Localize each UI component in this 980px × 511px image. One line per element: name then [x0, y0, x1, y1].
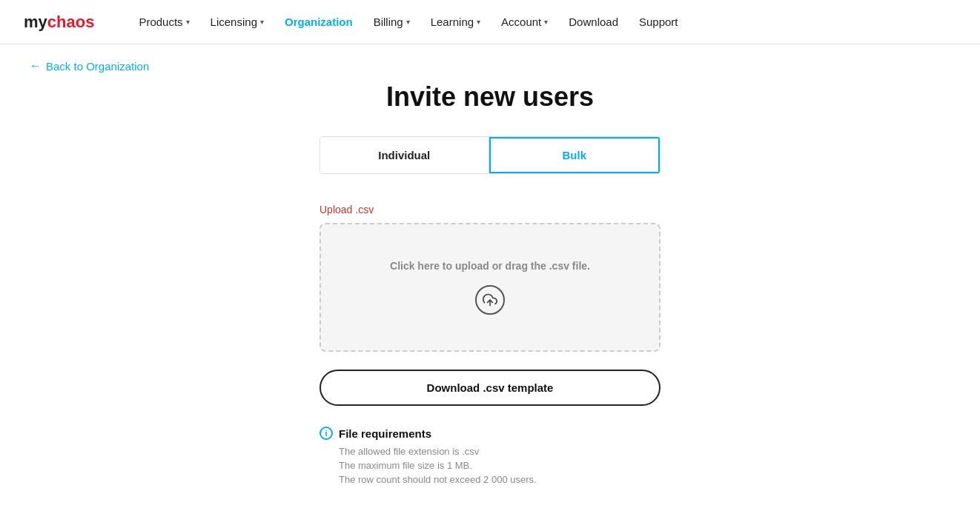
file-requirements-label: File requirements	[339, 427, 431, 440]
file-req-item-2: The maximum file size is 1 MB.	[339, 460, 660, 471]
nav-item-download[interactable]: Download	[560, 10, 627, 34]
chevron-down-icon: ▾	[260, 18, 264, 26]
upload-svg	[483, 293, 497, 307]
nav-item-label: Support	[639, 16, 678, 28]
nav-item-account[interactable]: Account▾	[492, 10, 557, 34]
chevron-down-icon: ▾	[544, 18, 548, 26]
nav-item-products[interactable]: Products▾	[130, 10, 198, 34]
nav-item-billing[interactable]: Billing▾	[365, 10, 419, 34]
nav-item-label: Licensing	[211, 16, 257, 28]
tab-individual[interactable]: Individual	[320, 137, 489, 173]
back-arrow-icon: ←	[30, 59, 42, 73]
nav-item-label: Learning	[431, 16, 474, 28]
main-content: ← Back to Organization Invite new users …	[0, 44, 980, 511]
chevron-down-icon: ▾	[186, 18, 190, 26]
chevron-down-icon: ▾	[477, 18, 480, 26]
page-title: Invite new users	[30, 81, 950, 113]
nav-item-label: Account	[501, 16, 541, 28]
nav-item-organization[interactable]: Organization	[276, 10, 362, 34]
upload-icon	[475, 285, 505, 315]
upload-label: Upload .csv	[320, 204, 660, 216]
nav-item-learning[interactable]: Learning▾	[422, 10, 489, 34]
nav-item-label: Organization	[285, 16, 353, 28]
tab-toggle: IndividualBulk	[320, 136, 660, 174]
back-to-organization-link[interactable]: ← Back to Organization	[30, 59, 149, 73]
file-req-item-3: The row count should not exceed 2 000 us…	[339, 474, 660, 485]
upload-dropzone-text: Click here to upload or drag the .csv fi…	[390, 260, 590, 272]
nav-item-support[interactable]: Support	[630, 10, 687, 34]
upload-section: Upload .csv Click here to upload or drag…	[320, 204, 660, 485]
chevron-down-icon: ▾	[406, 18, 410, 26]
nav-item-licensing[interactable]: Licensing▾	[202, 10, 273, 34]
back-link-label: Back to Organization	[46, 60, 149, 73]
tab-bulk[interactable]: Bulk	[489, 137, 660, 173]
file-requirements-list: The allowed file extension is .csvThe ma…	[320, 446, 660, 485]
logo-my: my	[24, 13, 47, 32]
upload-dropzone[interactable]: Click here to upload or drag the .csv fi…	[320, 223, 660, 352]
download-csv-template-button[interactable]: Download .csv template	[320, 370, 660, 406]
info-icon: i	[320, 427, 333, 440]
navbar: mychaos Products▾Licensing▾OrganizationB…	[0, 0, 980, 44]
nav-links: Products▾Licensing▾OrganizationBilling▾L…	[130, 10, 956, 34]
nav-item-label: Products	[139, 16, 182, 28]
file-requirements: i File requirements The allowed file ext…	[320, 427, 660, 485]
nav-item-label: Download	[569, 16, 618, 28]
file-requirements-title: i File requirements	[320, 427, 660, 440]
nav-item-label: Billing	[374, 16, 403, 28]
logo-chaos: chaos	[47, 13, 95, 32]
logo[interactable]: mychaos	[24, 13, 94, 32]
file-req-item-1: The allowed file extension is .csv	[339, 446, 660, 457]
